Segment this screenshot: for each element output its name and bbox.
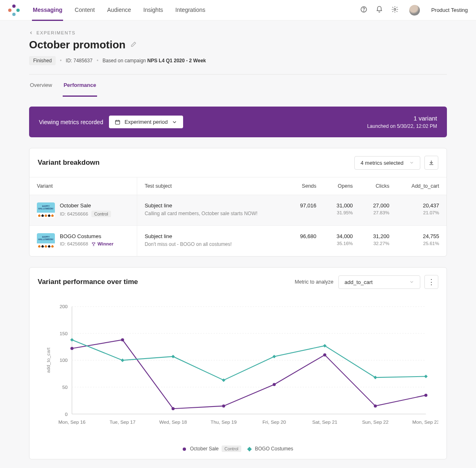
variant-breakdown-card: Variant breakdown 4 metrics selected Var…	[29, 148, 447, 257]
metric-opens: 31,000	[331, 202, 353, 209]
svg-text:add_to_cart: add_to_cart	[45, 347, 51, 373]
nav-item-insights[interactable]: Insights	[143, 7, 164, 21]
bell-icon[interactable]	[376, 6, 383, 14]
trophy-icon	[91, 242, 96, 246]
subject-text: Calling all card members, October sale s…	[145, 211, 280, 216]
subject-label: Subject line	[145, 233, 280, 239]
analyze-select[interactable]: add_to_cart	[338, 275, 420, 289]
calendar-icon	[115, 119, 120, 125]
svg-point-25	[121, 339, 124, 341]
svg-marker-32	[70, 338, 74, 342]
chevron-down-icon	[172, 119, 177, 125]
svg-text:200: 200	[59, 304, 68, 309]
col-sends: Sends	[287, 177, 324, 195]
experiment-id: ID: 7485637	[66, 58, 93, 64]
download-button[interactable]	[424, 156, 438, 170]
period-select[interactable]: Experiment period	[109, 116, 184, 128]
svg-text:Tue, Sep 17: Tue, Sep 17	[109, 419, 135, 425]
svg-text:Sun, Sep 22: Sun, Sep 22	[362, 419, 389, 425]
legend-series-b: BOGO Costumes	[248, 446, 293, 452]
svg-text:Fri, Sep 20: Fri, Sep 20	[263, 419, 286, 425]
based-on: Based on campaign NPS L4 Q1 2020 - 2 Wee…	[102, 58, 206, 64]
analyze-label: Metric to analyze	[295, 279, 333, 285]
top-icons: Product Testing	[360, 5, 468, 16]
nav-item-messaging[interactable]: Messaging	[32, 7, 63, 21]
top-nav: MessagingContentAudienceInsightsIntegrat…	[0, 0, 476, 20]
metric-clicks: 31,200	[367, 233, 389, 239]
edit-icon[interactable]	[130, 41, 137, 49]
svg-text:0: 0	[65, 411, 68, 417]
svg-point-2	[394, 9, 396, 11]
metric-clicks-pct: 27.83%	[367, 210, 389, 215]
page-tabs: OverviewPerformance	[29, 75, 447, 97]
svg-marker-36	[272, 355, 276, 359]
metric-opens-pct: 31.95%	[331, 210, 353, 215]
more-button[interactable]: ⋮	[424, 275, 438, 289]
breakdown-table: VariantTest subjectSendsOpensClicksAdd_t…	[29, 177, 447, 256]
variant-name: BOGO Costumes	[60, 233, 113, 239]
help-icon[interactable]	[360, 6, 367, 14]
metrics-select[interactable]: 4 metrics selected	[354, 156, 420, 170]
legend-series-a: October Sale Control	[183, 446, 241, 452]
col-opens: Opens	[324, 177, 360, 195]
svg-text:150: 150	[59, 331, 68, 336]
metric-add_to_cart-pct: 21.07%	[404, 210, 439, 215]
metric-opens-pct: 35.16%	[331, 241, 353, 246]
chevron-down-icon	[409, 160, 414, 165]
period-select-label: Experiment period	[125, 119, 168, 125]
svg-text:Sat, Sep 21: Sat, Sep 21	[312, 419, 337, 425]
control-badge: Control	[91, 211, 111, 217]
metric-clicks-pct: 32.27%	[367, 241, 389, 246]
kebab-icon: ⋮	[428, 278, 435, 286]
chart-legend: October Sale Control BOGO Costumes	[29, 443, 447, 459]
chevron-down-icon	[409, 279, 414, 284]
nav-item-audience[interactable]: Audience	[106, 7, 131, 21]
nav-item-integrations[interactable]: Integrations	[175, 7, 206, 21]
subject-label: Subject line	[145, 202, 280, 209]
col-test subject: Test subject	[137, 177, 288, 195]
metric-sends: 97,016	[295, 202, 316, 209]
logo	[8, 5, 20, 16]
svg-point-31	[424, 394, 427, 397]
svg-point-28	[273, 383, 276, 386]
svg-marker-39	[424, 375, 428, 378]
performance-card: Variant performance over time Metric to …	[29, 267, 447, 459]
svg-text:50: 50	[62, 384, 68, 390]
metric-sends: 96,680	[295, 233, 316, 239]
svg-marker-33	[121, 359, 125, 362]
svg-point-30	[374, 404, 377, 407]
svg-rect-3	[116, 120, 120, 124]
breakdown-title: Variant breakdown	[38, 159, 100, 167]
performance-title: Variant performance over time	[38, 278, 138, 286]
status-badge: Finished	[29, 56, 56, 65]
nav-item-content[interactable]: Content	[74, 7, 95, 21]
metric-add_to_cart: 24,755	[404, 233, 439, 239]
launched-text: Launched on 5/30/22, 12:02 PM	[367, 123, 437, 129]
winner-badge: Winner	[91, 241, 113, 246]
meta-row: Finished • ID: 7485637 • Based on campai…	[29, 56, 447, 65]
gear-icon[interactable]	[391, 6, 399, 14]
svg-point-29	[323, 353, 326, 356]
table-row[interactable]: BOGO Costumes ID: 64256668 Winner Subjec…	[29, 226, 447, 257]
nav-links: MessagingContentAudienceInsightsIntegrat…	[32, 3, 206, 17]
chevron-left-icon	[29, 31, 33, 35]
variant-thumbnail	[37, 202, 55, 218]
banner-label: Viewing metrics recorded	[39, 119, 103, 125]
col-variant: Variant	[29, 177, 137, 195]
table-row[interactable]: October Sale ID: 64256666 Control Subjec…	[29, 195, 447, 226]
subject-text: Don't miss out - BOGO on all costumes!	[145, 241, 280, 247]
avatar[interactable]	[409, 5, 420, 16]
tab-overview[interactable]: Overview	[29, 75, 53, 97]
tab-performance[interactable]: Performance	[63, 75, 97, 97]
metric-add_to_cart-pct: 25.61%	[404, 241, 439, 246]
col-add_to_cart: Add_to_cart	[397, 177, 447, 195]
page-title: October promotion	[29, 39, 125, 51]
breadcrumb[interactable]: EXPERIMENTS	[29, 30, 447, 35]
variant-id: ID: 64256666	[60, 211, 88, 216]
performance-chart: 050100150200Mon, Sep 16Tue, Sep 17Wed, S…	[38, 300, 438, 432]
svg-marker-35	[222, 378, 226, 382]
svg-text:Wed, Sep 18: Wed, Sep 18	[159, 419, 187, 425]
svg-text:Thu, Sep 19: Thu, Sep 19	[211, 419, 237, 425]
download-icon	[428, 159, 435, 166]
svg-text:Mon, Sep 16: Mon, Sep 16	[58, 419, 85, 425]
